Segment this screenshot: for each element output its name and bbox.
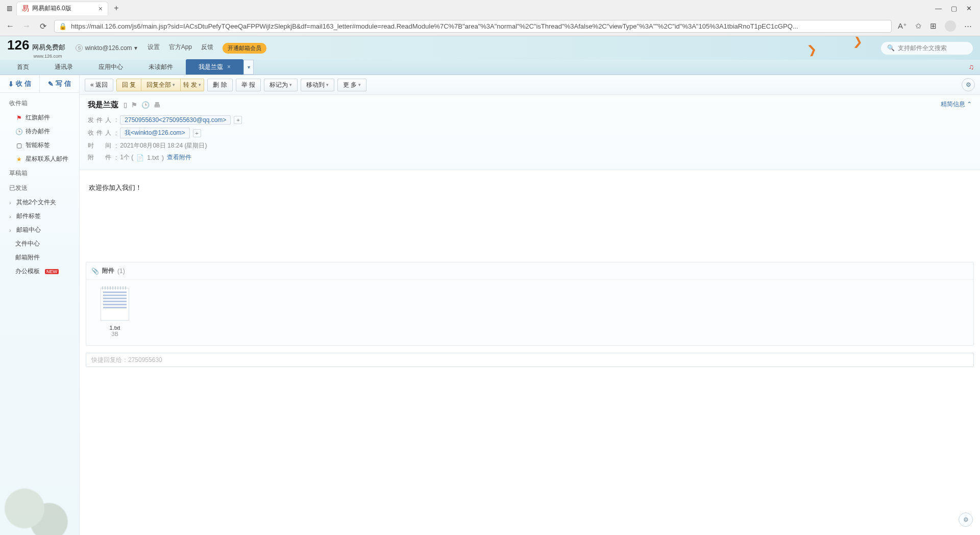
bookmark-icon[interactable]: ▯ [124, 101, 127, 109]
vip-button[interactable]: 开通邮箱会员 [223, 43, 266, 54]
flag-icon: ⚑ [15, 114, 22, 121]
sidebar: ⬇收 信 ✎写 信 收件箱 ⚑红旗邮件 🕒待办邮件 ▢智能标签 ★星标联系人邮件… [0, 75, 80, 535]
print-icon[interactable]: 🖶 [154, 101, 160, 109]
attachments-title: 附件 [102, 266, 114, 275]
chevron-down-icon: ▾ [173, 82, 175, 87]
tab-apps[interactable]: 应用中心 [86, 59, 136, 75]
link-official-app[interactable]: 官方App [169, 43, 192, 54]
tab-dropdown[interactable]: ▾ [243, 60, 254, 75]
tab-home[interactable]: 首页 [4, 59, 42, 75]
close-window-icon[interactable]: ✕ [966, 5, 972, 12]
url-text: https://mail.126.com/js6/main.jsp?sid=IA… [71, 22, 798, 30]
sidebar-item-todo[interactable]: 🕒待办邮件 [0, 125, 79, 138]
delete-button[interactable]: 删 除 [207, 79, 232, 91]
move-button[interactable]: 移动到 ▾ [301, 79, 334, 91]
sidebar-item-center[interactable]: 邮箱中心 [0, 223, 79, 237]
profile-avatar[interactable] [945, 20, 956, 32]
favicon-icon: 易 [22, 4, 29, 13]
tab-contacts[interactable]: 通讯录 [42, 59, 86, 75]
new-badge: NEW [45, 269, 59, 274]
tab-overview-icon[interactable]: ▥ [4, 3, 14, 13]
account-badge-icon: S [76, 44, 83, 52]
mark-button[interactable]: 标记为 ▾ [264, 79, 298, 91]
sidebar-item-smart[interactable]: ▢智能标签 [0, 138, 79, 152]
address-bar: ← → ⟳ 🔒 https://mail.126.com/js6/main.js… [0, 16, 980, 36]
from-chip[interactable]: 2750955630<2750955630@qq.com> [120, 115, 231, 125]
chevron-down-icon: ▾ [358, 82, 361, 87]
forward-icon: → [21, 21, 32, 31]
sidebar-item-sent[interactable]: 已发送 [0, 181, 79, 196]
flag-icon[interactable]: ⚑ [131, 101, 137, 109]
new-tab-button[interactable]: + [110, 4, 122, 13]
sidebar-item-attach[interactable]: 邮箱附件 [0, 251, 79, 264]
logo-text: 网易免费邮 [32, 43, 65, 51]
url-field[interactable]: 🔒 https://mail.126.com/js6/main.jsp?sid=… [54, 20, 892, 33]
account-email: winkto@126.com [85, 44, 132, 52]
browser-chrome: ▥ 易 网易邮箱6.0版 × + — ▢ ✕ ← → ⟳ 🔒 https://m… [0, 0, 980, 36]
sidebar-item-files[interactable]: 文件中心 [0, 237, 79, 251]
favorites-icon[interactable]: ✩ [915, 21, 922, 31]
tab-unread[interactable]: 未读邮件 [136, 59, 186, 75]
read-aloud-icon[interactable]: A⁺ [898, 21, 907, 31]
reload-icon[interactable]: ⟳ [38, 21, 48, 31]
more-icon[interactable]: ⋯ [964, 21, 972, 31]
compose-icon: ✎ [48, 80, 54, 88]
link-feedback[interactable]: 反馈 [201, 43, 213, 54]
tab-current-mail[interactable]: 我是兰蔻× [186, 59, 243, 75]
back-button[interactable]: « 返回 [85, 79, 113, 91]
close-tab-icon[interactable]: × [227, 63, 231, 70]
view-attachment-link[interactable]: 查看附件 [167, 153, 191, 162]
attachment-size: 3B [94, 331, 135, 337]
decor-bird-icon: ❯ [806, 43, 818, 58]
gear-icon[interactable]: ⚙ [962, 78, 975, 91]
account-menu[interactable]: S winkto@126.com ▾ [76, 44, 137, 52]
sidebar-item-other[interactable]: 其他2个文件夹 [0, 196, 79, 209]
reply-all-button[interactable]: 回复全部 ▾ [141, 79, 181, 91]
sidebar-item-drafts[interactable]: 草稿箱 [0, 166, 79, 181]
search-icon: 🔍 [887, 44, 895, 52]
music-icon[interactable]: ♫ [969, 63, 974, 71]
floating-gear-icon[interactable]: ⚙ [959, 513, 973, 527]
quick-reply-input[interactable] [86, 353, 974, 367]
attachment-item[interactable]: 1.txt 3B [94, 288, 135, 337]
close-icon[interactable]: × [99, 5, 103, 13]
clock-icon[interactable]: 🕒 [141, 101, 150, 109]
sidebar-item-starred[interactable]: ★星标联系人邮件 [0, 152, 79, 166]
message-body: 欢迎你加入我们！ [80, 170, 980, 262]
chevron-down-icon: ▾ [326, 82, 329, 87]
file-icon: 📄 [136, 154, 144, 161]
receive-button[interactable]: ⬇收 信 [0, 75, 39, 92]
quick-reply [86, 353, 974, 367]
message-subject: 我是兰蔻 [88, 100, 118, 110]
maximize-icon[interactable]: ▢ [951, 5, 957, 12]
attachments-count: (1) [117, 268, 125, 275]
star-icon: ★ [15, 156, 22, 163]
link-settings[interactable]: 设置 [148, 43, 160, 54]
sidebar-item-templates[interactable]: 办公模板NEW [0, 264, 79, 278]
minimize-icon[interactable]: — [935, 5, 942, 12]
add-contact-icon[interactable]: + [234, 116, 242, 124]
collections-icon[interactable]: ⊞ [930, 21, 937, 31]
attachment-thumb [101, 288, 129, 321]
add-contact-icon[interactable]: + [193, 129, 201, 137]
more-button[interactable]: 更 多 ▾ [337, 79, 366, 91]
back-icon[interactable]: ← [5, 21, 15, 31]
compose-button[interactable]: ✎写 信 [39, 75, 79, 92]
reply-button[interactable]: 回 复 [116, 79, 141, 91]
to-chip[interactable]: 我<winkto@126.com> [120, 128, 189, 138]
simple-info-toggle[interactable]: 精简信息 ⌃ [941, 100, 972, 109]
window-controls: — ▢ ✕ [935, 5, 976, 12]
sidebar-item-redflag[interactable]: ⚑红旗邮件 [0, 111, 79, 125]
tag-icon: ▢ [15, 142, 22, 149]
header-links: 设置 官方App 反馈 开通邮箱会员 [148, 43, 266, 54]
logo[interactable]: 126 网易免费邮 www.126.com [7, 37, 65, 59]
sidebar-inbox-head[interactable]: 收件箱 [0, 96, 79, 111]
spam-button[interactable]: 举 报 [236, 79, 261, 91]
browser-tab[interactable]: 易 网易邮箱6.0版 × [16, 2, 108, 15]
chevron-down-icon: ▾ [199, 82, 201, 87]
search-input[interactable]: 🔍 支持邮件全文搜索 [881, 42, 973, 55]
chevron-down-icon: ▾ [289, 82, 292, 87]
forward-button[interactable]: 转 发 ▾ [181, 79, 204, 91]
logo-subtext: www.126.com [33, 54, 62, 59]
sidebar-item-tags[interactable]: 邮件标签 [0, 209, 79, 223]
